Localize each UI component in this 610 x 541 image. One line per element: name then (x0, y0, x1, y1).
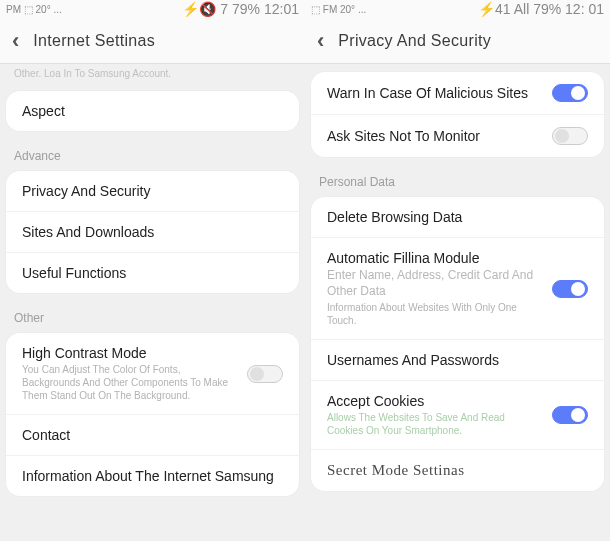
ask-not-monitor-label: Ask Sites Not To Monitor (327, 128, 540, 144)
phone-left: PM ⬚ 20° ... ⚡🔇 7 79% 12:01 ‹ Internet S… (0, 0, 305, 541)
useful-functions-item[interactable]: Useful Functions (6, 253, 299, 293)
page-title: Internet Settinas (33, 32, 155, 50)
status-left: PM ⬚ 20° ... (6, 4, 62, 15)
auto-fill-sub1: Enter Name, Address, Credit Card And Oth… (327, 268, 540, 299)
sites-downloads-label: Sites And Downloads (22, 224, 283, 240)
personal-card: Delete Browsing Data Automatic Fillina M… (311, 197, 604, 491)
useful-functions-label: Useful Functions (22, 265, 283, 281)
back-icon[interactable]: ‹ (12, 28, 19, 54)
privacy-security-item[interactable]: Privacy And Security (6, 171, 299, 212)
high-contrast-label: High Contrast Mode (22, 345, 235, 361)
security-card: Warn In Case Of Malicious Sites Ask Site… (311, 72, 604, 157)
info-item[interactable]: Information About The Internet Samsung (6, 456, 299, 496)
status-left: ⬚ FM 20° ... (311, 4, 366, 15)
auto-fill-sub2: Information About Websites With Only One… (327, 301, 540, 327)
auto-fill-item[interactable]: Automatic Fillina Module Enter Name, Add… (311, 238, 604, 340)
info-label: Information About The Internet Samsung (22, 468, 283, 484)
ask-not-monitor-item[interactable]: Ask Sites Not To Monitor (311, 115, 604, 157)
status-bar: PM ⬚ 20° ... ⚡🔇 7 79% 12:01 (0, 0, 305, 18)
page-title: Privacy And Security (338, 32, 491, 50)
header: ‹ Privacy And Security (305, 18, 610, 64)
auto-fill-label: Automatic Fillina Module (327, 250, 540, 266)
auto-fill-toggle[interactable] (552, 280, 588, 298)
other-card: High Contrast Mode You Can Adjust The Co… (6, 333, 299, 496)
status-bar: ⬚ FM 20° ... ⚡41 All 79% 12: 01 (305, 0, 610, 18)
ask-not-monitor-toggle[interactable] (552, 127, 588, 145)
usernames-item[interactable]: Usernames And Passwords (311, 340, 604, 381)
contact-item[interactable]: Contact (6, 415, 299, 456)
status-right: ⚡🔇 7 79% 12:01 (182, 1, 299, 17)
warn-malicious-label: Warn In Case Of Malicious Sites (327, 85, 540, 101)
status-right: ⚡41 All 79% 12: 01 (478, 1, 604, 17)
warn-malicious-item[interactable]: Warn In Case Of Malicious Sites (311, 72, 604, 115)
usernames-label: Usernames And Passwords (327, 352, 588, 368)
cookies-sub: Allows The Websites To Save And Read Coo… (327, 411, 540, 437)
aspect-card: Aspect (6, 91, 299, 131)
cookies-label: Accept Cookies (327, 393, 540, 409)
other-section-label: Other (0, 301, 305, 329)
contact-label: Contact (22, 427, 283, 443)
high-contrast-toggle[interactable] (247, 365, 283, 383)
secret-mode-label: Secret Mode Settinas (327, 462, 588, 479)
back-icon[interactable]: ‹ (317, 28, 324, 54)
advance-card: Privacy And Security Sites And Downloads… (6, 171, 299, 293)
warn-malicious-toggle[interactable] (552, 84, 588, 102)
delete-browsing-label: Delete Browsing Data (327, 209, 588, 225)
high-contrast-item[interactable]: High Contrast Mode You Can Adjust The Co… (6, 333, 299, 415)
personal-data-label: Personal Data (305, 165, 610, 193)
login-banner[interactable]: Other. Loa In To Samsung Account. (0, 64, 305, 87)
aspect-label: Aspect (22, 103, 283, 119)
cookies-item[interactable]: Accept Cookies Allows The Websites To Sa… (311, 381, 604, 450)
header: ‹ Internet Settinas (0, 18, 305, 64)
sites-downloads-item[interactable]: Sites And Downloads (6, 212, 299, 253)
cookies-toggle[interactable] (552, 406, 588, 424)
high-contrast-sub: You Can Adjust The Color Of Fonts, Backg… (22, 363, 235, 402)
privacy-security-label: Privacy And Security (22, 183, 283, 199)
advance-section-label: Advance (0, 139, 305, 167)
aspect-item[interactable]: Aspect (6, 91, 299, 131)
phone-right: ⬚ FM 20° ... ⚡41 All 79% 12: 01 ‹ Privac… (305, 0, 610, 541)
secret-mode-item[interactable]: Secret Mode Settinas (311, 450, 604, 491)
delete-browsing-item[interactable]: Delete Browsing Data (311, 197, 604, 238)
